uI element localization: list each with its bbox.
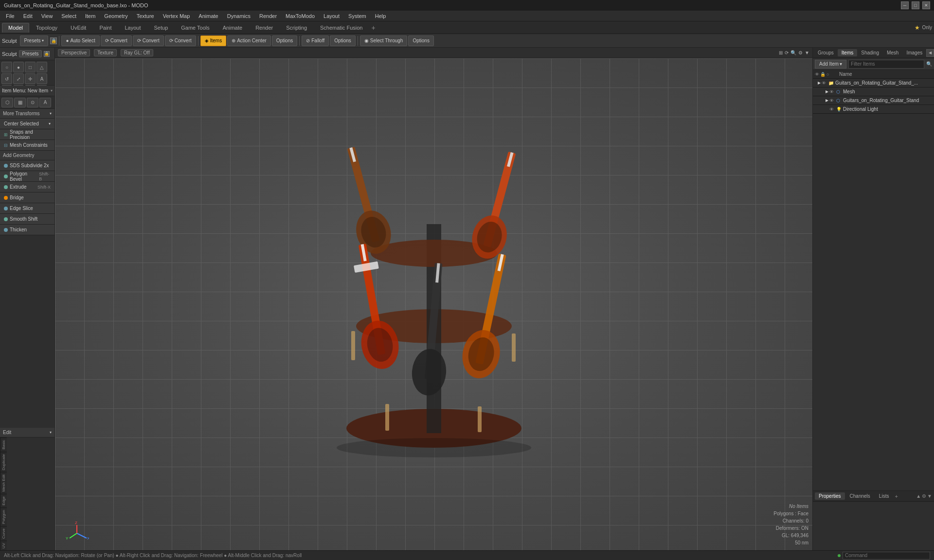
viewport[interactable]: Perspective Texture Ray GL: Off ⊞ ⟳ 🔍 ⚙ …: [55, 48, 812, 550]
add-geometry-header[interactable]: Add Geometry: [0, 151, 54, 160]
vtab-curve[interactable]: Curve: [0, 526, 7, 541]
tree-expand-root[interactable]: ▶: [817, 81, 822, 86]
tree-item-root[interactable]: ▶ 👁 📁 Guitars_on_Rotating_Guitar_Stand_.…: [813, 79, 934, 88]
tree-item-mesh[interactable]: ▶ 👁 ⬡ Mesh: [813, 88, 934, 96]
menu-vertex-map[interactable]: Vertex Map: [159, 12, 194, 20]
vtab-edge[interactable]: Edge: [0, 494, 7, 508]
command-bar[interactable]: [843, 552, 930, 560]
viewport-icon-3[interactable]: 🔍: [790, 50, 796, 55]
lock-icon[interactable]: 🔒: [50, 37, 57, 44]
viewport-icon-5[interactable]: ▼: [805, 50, 809, 55]
options-button-3[interactable]: Options: [408, 35, 433, 46]
vtab-uv[interactable]: UV: [0, 541, 7, 550]
right-tab-mesh[interactable]: Mesh: [883, 49, 902, 56]
sculpt-lock-icon[interactable]: 🔒: [44, 51, 50, 57]
tab-schematic-fusion[interactable]: Schematic Fusion: [314, 23, 369, 33]
tree-eye-light[interactable]: 👁: [829, 107, 836, 112]
edit-header[interactable]: Edit ▾: [0, 428, 54, 438]
action-center-button[interactable]: ⊕ Action Center: [227, 35, 271, 46]
convert-button-1[interactable]: ⟳ Convert: [101, 35, 132, 46]
extrude-button[interactable]: Extrude Shift-X: [0, 182, 54, 192]
menu-file[interactable]: File: [2, 12, 18, 20]
tree-expand-guitar[interactable]: ▶: [825, 98, 829, 103]
rb-expand-up[interactable]: ▲: [916, 493, 921, 499]
rotate-icon-btn[interactable]: ↺: [1, 73, 12, 84]
tree-item-guitar-stand[interactable]: ▶ 👁 ⬡ Guitars_on_Rotating_Guitar_Stand: [813, 96, 934, 105]
sds-subdivide-button[interactable]: SDS Subdivide 2x: [0, 160, 54, 171]
viewport-icon-2[interactable]: ⟳: [785, 50, 789, 55]
rb-tab-add-button[interactable]: +: [895, 493, 898, 499]
right-panel-arrow-left[interactable]: ◀: [926, 49, 934, 57]
menu-edit[interactable]: Edit: [19, 12, 36, 20]
menu-render[interactable]: Render: [255, 12, 281, 20]
maximize-button[interactable]: □: [912, 1, 919, 9]
auto-select-button[interactable]: ● Auto Select: [61, 35, 99, 46]
menu-view[interactable]: View: [37, 12, 57, 20]
more-icon-2[interactable]: ▦: [14, 98, 26, 107]
vtab-mesh-edit[interactable]: Mesh Edit: [0, 472, 7, 494]
triangle-icon-btn[interactable]: △: [36, 62, 47, 72]
polygon-bevel-button[interactable]: Polygon Bevel Shift-B: [0, 171, 54, 182]
tree-expand-mesh[interactable]: ▶: [825, 89, 829, 94]
convert-button-2[interactable]: ⟳ Convert: [133, 35, 164, 46]
tree-item-light[interactable]: 👁 💡 Directional Light: [813, 105, 934, 114]
more-icon-4[interactable]: A: [39, 98, 51, 107]
tab-topology[interactable]: Topology: [30, 23, 64, 33]
rb-tab-properties[interactable]: Properties: [815, 492, 845, 500]
menu-geometry[interactable]: Geometry: [100, 12, 131, 20]
add-item-button[interactable]: Add Item ▾: [815, 60, 846, 69]
rb-expand-down[interactable]: ▼: [927, 493, 932, 499]
tab-paint[interactable]: Paint: [93, 23, 118, 33]
tab-uvedit[interactable]: UvEdit: [64, 23, 92, 33]
right-tab-groups[interactable]: Groups: [814, 49, 838, 56]
add-tab-button[interactable]: +: [371, 24, 375, 32]
select-through-button[interactable]: ◉ Select Through: [360, 35, 408, 46]
close-button[interactable]: ✕: [922, 1, 930, 9]
viewport-icon-1[interactable]: ⊞: [779, 50, 783, 55]
ray-gl-label[interactable]: Ray GL: Off: [121, 49, 153, 56]
filter-items-input[interactable]: [848, 60, 924, 69]
menu-animate[interactable]: Animate: [195, 12, 222, 20]
sculpt-presets-button[interactable]: Presets: [19, 50, 42, 57]
tab-model[interactable]: Model: [2, 23, 29, 33]
texture-label[interactable]: Texture: [94, 49, 117, 56]
bridge-button[interactable]: Bridge: [0, 192, 54, 203]
edge-slice-button[interactable]: Edge Slice: [0, 203, 54, 214]
smooth-shift-button[interactable]: Smooth Shift: [0, 214, 54, 225]
menu-select[interactable]: Select: [57, 12, 80, 20]
tab-game-tools[interactable]: Game Tools: [175, 23, 216, 33]
center-selected-button[interactable]: Center Selected ▾: [0, 119, 54, 129]
titlebar-controls[interactable]: ─ □ ✕: [901, 1, 930, 9]
presets-button[interactable]: Presets ▾: [20, 35, 49, 46]
tab-scripting[interactable]: Scripting: [280, 23, 313, 33]
vtab-polygon[interactable]: Polygon: [0, 508, 7, 526]
rb-tab-lists[interactable]: Lists: [875, 492, 893, 500]
menu-dynamics[interactable]: Dynamics: [223, 12, 254, 20]
right-tab-shading[interactable]: Shading: [857, 49, 883, 56]
command-input[interactable]: [845, 553, 928, 558]
tree-eye-root[interactable]: 👁: [822, 81, 828, 86]
scale-icon-btn[interactable]: ⤢: [13, 73, 24, 84]
items-button[interactable]: ◈ Items: [200, 35, 226, 46]
falloff-button[interactable]: ⊘ Falloff: [302, 35, 329, 46]
cube-icon-btn[interactable]: □: [25, 62, 36, 72]
sphere-icon-btn[interactable]: ●: [13, 62, 24, 72]
circle-icon-btn[interactable]: ○: [1, 62, 12, 72]
rb-tab-channels[interactable]: Channels: [846, 492, 874, 500]
menu-help[interactable]: Help: [371, 12, 390, 20]
move-icon-btn[interactable]: ✛: [25, 73, 36, 84]
more-transforms-header[interactable]: More Transforms ▾: [0, 109, 54, 119]
menu-texture[interactable]: Texture: [133, 12, 158, 20]
perspective-label[interactable]: Perspective: [58, 49, 90, 56]
type-icon-btn[interactable]: A: [36, 73, 47, 84]
options-button-1[interactable]: Options: [272, 35, 297, 46]
snaps-precision-button[interactable]: ⊞ Snaps and Precision: [0, 129, 54, 140]
menu-item[interactable]: Item: [81, 12, 99, 20]
vtab-basic[interactable]: Basic: [0, 438, 7, 452]
tab-animate[interactable]: Animate: [216, 23, 249, 33]
right-tab-images[interactable]: Images: [902, 49, 926, 56]
tree-eye-mesh[interactable]: 👁: [829, 89, 836, 94]
tab-setup[interactable]: Setup: [148, 23, 175, 33]
viewport-canvas[interactable]: X Y Z No Items Polygons : Face Channels:…: [55, 58, 812, 550]
tab-layout[interactable]: Layout: [119, 23, 147, 33]
